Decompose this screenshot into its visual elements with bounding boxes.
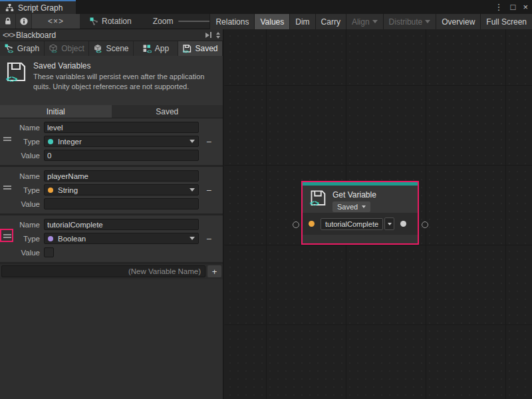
- close-icon[interactable]: ×: [523, 2, 528, 12]
- lock-icon: [3, 17, 13, 26]
- info-button[interactable]: [16, 14, 31, 29]
- overview-button[interactable]: Overview: [436, 14, 480, 29]
- variable-value-input[interactable]: [44, 150, 199, 161]
- scene-icon: <>: [93, 44, 102, 53]
- remove-variable-button[interactable]: −: [199, 137, 219, 146]
- blackboard-header: <×> Blackboard: [0, 29, 223, 41]
- value-mode-tabs: Initial Saved: [0, 105, 223, 118]
- chevron-down-icon: [388, 223, 392, 225]
- svg-text:<>: <>: [96, 49, 102, 53]
- drag-handle-icon[interactable]: [3, 137, 11, 141]
- blackboard-title: Blackboard: [16, 31, 56, 40]
- tab-object[interactable]: <> Object: [45, 41, 88, 56]
- dock-panel-icon[interactable]: [205, 32, 211, 38]
- variable-group-playerName: Name Type String − Value: [0, 167, 223, 213]
- variable-name-input[interactable]: [44, 122, 199, 133]
- type-color-dot: [48, 188, 53, 193]
- rotation-control[interactable]: Rotation: [80, 14, 138, 29]
- tab-saved[interactable]: <> Saved: [178, 41, 222, 56]
- drag-handle-icon[interactable]: [3, 186, 11, 190]
- rotation-gizmo-icon: [90, 17, 98, 26]
- new-variable-input[interactable]: [1, 265, 205, 277]
- svg-text:<>: <>: [147, 49, 152, 53]
- carry-button[interactable]: Carry: [315, 14, 346, 29]
- info-icon: [19, 17, 29, 26]
- name-label: Name: [0, 221, 44, 229]
- svg-text:<>: <>: [183, 49, 189, 53]
- svg-text:<>: <>: [6, 73, 18, 84]
- node-title: Get Variable: [332, 191, 376, 199]
- variable-input-port[interactable]: [309, 221, 315, 227]
- type-color-dot: [48, 139, 53, 144]
- graph-canvas[interactable]: <> Get Variable Saved tutorialComplete: [224, 29, 532, 399]
- info-title: Saved Variables: [33, 61, 217, 70]
- align-dropdown[interactable]: Align: [346, 14, 383, 29]
- script-graph-window: Script Graph ⋮ □ ×: [0, 0, 532, 399]
- remove-variable-button[interactable]: −: [199, 234, 219, 243]
- tab-graph[interactable]: <> Graph: [0, 41, 44, 56]
- graph-icon: <>: [5, 44, 14, 53]
- get-variable-node[interactable]: <> Get Variable Saved tutorialComplete: [301, 181, 419, 245]
- tab-title: Script Graph: [18, 3, 63, 13]
- rotation-label: Rotation: [102, 17, 132, 26]
- saved-variable-icon: <>: [309, 190, 327, 207]
- name-label: Name: [0, 172, 44, 180]
- variable-name-input[interactable]: [44, 170, 199, 182]
- remove-variable-button[interactable]: −: [199, 186, 219, 195]
- name-label: Name: [0, 124, 44, 132]
- subtab-initial[interactable]: Initial: [0, 105, 112, 118]
- variable-name-dropdown[interactable]: tutorialComplete: [321, 217, 394, 230]
- chevron-down-icon: [190, 140, 195, 143]
- svg-text:<>: <>: [52, 49, 57, 53]
- window-menu-icon[interactable]: ⋮: [495, 2, 503, 12]
- code-brackets-icon: <×>: [3, 31, 15, 40]
- node-footer: [303, 235, 418, 243]
- chevron-down-icon: [190, 188, 195, 192]
- floppy-disk-icon: <>: [182, 44, 192, 53]
- graph-toolbar: <×> Rotation Zoom 1x Relations Values Di: [0, 14, 532, 29]
- maximize-icon[interactable]: □: [511, 2, 516, 12]
- collapse-expand-icon[interactable]: [216, 32, 220, 39]
- cube-icon: <>: [49, 44, 58, 53]
- blackboard-panel: <×> Blackboard <> Graph: [0, 29, 223, 399]
- saved-variables-icon: <>: [5, 61, 27, 105]
- svg-text:<>: <>: [8, 49, 13, 54]
- dim-button[interactable]: Dim: [289, 14, 315, 29]
- variables-list: Name Type Integer − Value: [0, 118, 223, 279]
- variable-value-input[interactable]: [44, 198, 199, 209]
- subtab-saved[interactable]: Saved: [112, 105, 223, 118]
- chevron-down-icon: [425, 20, 430, 23]
- variable-type-dropdown[interactable]: Boolean: [44, 233, 199, 244]
- info-description: These variables will persist even after …: [33, 72, 217, 92]
- chevron-down-icon: [362, 205, 366, 208]
- variable-type-dropdown[interactable]: String: [44, 184, 199, 196]
- lock-button[interactable]: [0, 14, 15, 29]
- value-label: Value: [0, 200, 44, 208]
- values-button[interactable]: Values: [254, 14, 289, 29]
- tab-scene[interactable]: <> Scene: [89, 41, 133, 56]
- value-label: Value: [0, 152, 44, 160]
- blackboard-empty-area: [0, 279, 223, 399]
- relations-button[interactable]: Relations: [209, 14, 254, 29]
- distribute-dropdown[interactable]: Distribute: [383, 14, 436, 29]
- add-variable-button[interactable]: +: [207, 265, 221, 277]
- variable-type-dropdown[interactable]: Integer: [44, 136, 199, 147]
- tab-script-graph[interactable]: Script Graph: [0, 0, 76, 14]
- saved-variables-info: <> Saved Variables These variables will …: [0, 56, 223, 105]
- variable-scope-tabs: <> Graph <> Object: [0, 41, 223, 56]
- variable-name-input[interactable]: [44, 219, 199, 230]
- script-graph-icon: [5, 3, 14, 12]
- variable-group-level: Name Type Integer − Value: [0, 118, 223, 165]
- chevron-down-icon: [372, 20, 378, 23]
- variable-value-checkbox[interactable]: [44, 247, 54, 257]
- variable-group-tutorialComplete: Name Type Boolean − Value: [0, 215, 223, 262]
- full-screen-button[interactable]: Full Screen: [480, 14, 532, 29]
- variable-scope-dropdown[interactable]: Saved: [332, 201, 370, 212]
- input-port[interactable]: [293, 221, 299, 228]
- output-port[interactable]: [422, 221, 428, 228]
- drag-handle-icon[interactable]: [3, 234, 11, 238]
- code-preview-button[interactable]: <×>: [32, 14, 80, 29]
- tab-app[interactable]: <> App: [134, 41, 178, 56]
- type-color-dot: [48, 236, 53, 241]
- value-output-port[interactable]: [400, 221, 406, 227]
